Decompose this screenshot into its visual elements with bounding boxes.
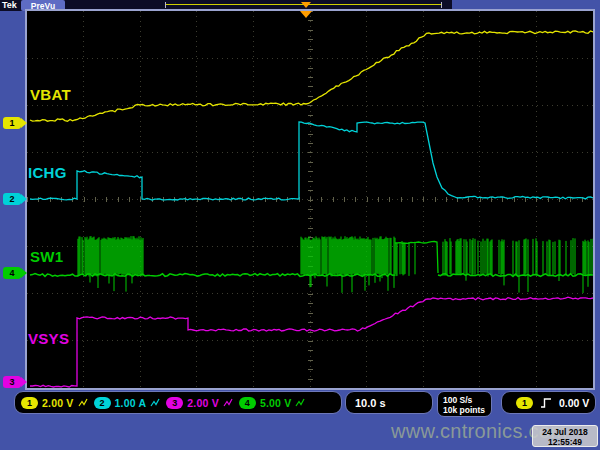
coupling-icon xyxy=(78,397,88,408)
channel-3-scale: 2.00 V xyxy=(187,397,219,409)
trigger-source-badge: 1 xyxy=(516,397,533,409)
rising-edge-icon xyxy=(540,397,552,409)
coupling-icon xyxy=(295,397,305,408)
channel-1-badge: 1 xyxy=(21,397,38,409)
graticule: VBAT ICHG SW1 VSYS xyxy=(27,11,593,388)
channel-3-badge: 3 xyxy=(166,397,183,409)
trace-label-ichg: ICHG xyxy=(28,164,67,181)
marker-arrow-icon xyxy=(21,194,27,204)
channel-2-scale: 1.00 A xyxy=(115,397,147,409)
channel-marker-3[interactable]: 3 xyxy=(3,376,27,388)
coupling-icon xyxy=(223,397,233,408)
trace-label-vsys: VSYS xyxy=(28,330,69,347)
title-bar: Tek PreVu xyxy=(0,0,600,11)
trigger-position-icon xyxy=(300,11,312,18)
record-length: 10k points xyxy=(443,405,491,415)
channel-4-readout[interactable]: 4 5.00 V xyxy=(239,397,306,409)
channel-readouts[interactable]: 1 2.00 V 2 1.00 A 3 2.00 V 4 5.00 V xyxy=(14,391,342,414)
channel-1-readout[interactable]: 1 2.00 V xyxy=(21,397,88,409)
channel-marker-4[interactable]: 4 xyxy=(3,267,27,279)
channel-4-scale: 5.00 V xyxy=(260,397,292,409)
acquisition-status-badge: PreVu xyxy=(21,0,65,11)
waveform-svg xyxy=(27,11,593,388)
title-bar-spacer xyxy=(452,0,600,11)
marker-arrow-icon xyxy=(21,268,27,278)
ichg-trace xyxy=(30,122,593,200)
sw1-envelope-trace xyxy=(395,242,438,274)
time-text: 12:55:49 xyxy=(533,437,597,447)
marker-arrow-icon xyxy=(21,377,27,387)
record-view-start-tick xyxy=(165,2,166,8)
channel-marker-2[interactable]: 2 xyxy=(3,193,27,205)
record-trigger-marker-icon xyxy=(301,2,311,8)
channel-4-badge: 4 xyxy=(239,397,256,409)
record-view-end-tick xyxy=(441,2,442,8)
channel-2-badge: 2 xyxy=(94,397,111,409)
trigger-readout[interactable]: 1 0.00 V xyxy=(501,391,596,414)
oscilloscope-screen: Tek PreVu VBAT ICHG SW1 VSYS 1 2 4 3 1 2… xyxy=(0,0,600,450)
brand-logo: Tek xyxy=(2,0,17,11)
marker-arrow-icon xyxy=(21,118,27,128)
channel-marker-1[interactable]: 1 xyxy=(3,117,27,129)
trigger-level: 0.00 V xyxy=(559,397,589,409)
coupling-icon xyxy=(150,397,160,408)
horizontal-scale-readout[interactable]: 10.0 s xyxy=(345,391,433,414)
sample-rate: 100 S/s xyxy=(443,395,491,405)
acquisition-readout[interactable]: 100 S/s 10k points xyxy=(437,391,492,417)
channel-1-scale: 2.00 V xyxy=(42,397,74,409)
channel-3-readout[interactable]: 3 2.00 V xyxy=(166,397,233,409)
vbat-trace xyxy=(30,31,593,121)
trace-label-vbat: VBAT xyxy=(30,86,71,103)
horizontal-scale: 10.0 s xyxy=(355,397,386,409)
sw1-burst-trace xyxy=(78,236,593,293)
trace-label-sw1: SW1 xyxy=(30,248,63,265)
date-text: 24 Jul 2018 xyxy=(533,427,597,437)
vsys-trace xyxy=(30,297,593,387)
channel-2-readout[interactable]: 2 1.00 A xyxy=(94,397,161,409)
datetime-box: 24 Jul 2018 12:55:49 xyxy=(532,425,598,447)
